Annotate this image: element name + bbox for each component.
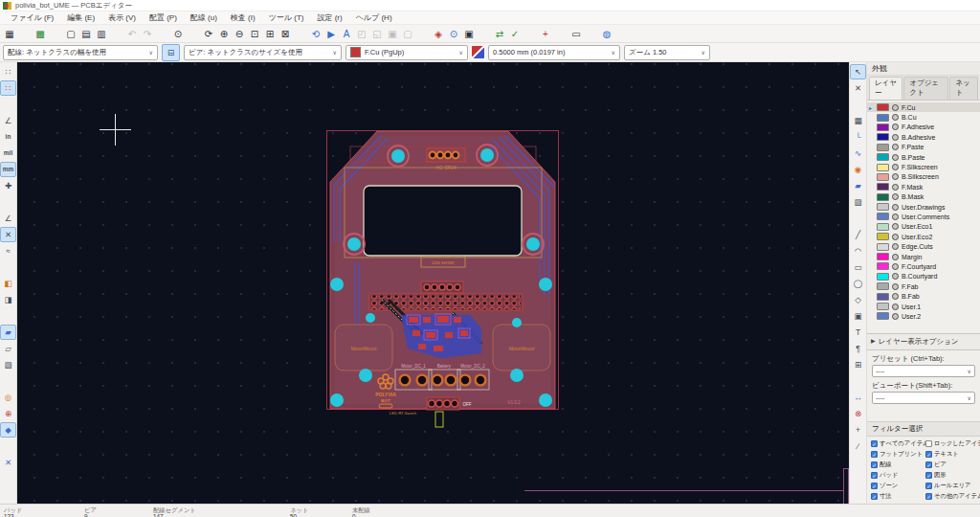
zones-filled-icon[interactable]: ▰	[0, 325, 16, 340]
layer-color-swatch[interactable]	[877, 312, 889, 320]
checkbox-icon[interactable]	[925, 440, 932, 447]
print-icon[interactable]: ▤	[79, 27, 94, 41]
layer-visibility-eye-icon[interactable]	[892, 193, 899, 200]
layer-visibility-eye-icon[interactable]	[892, 164, 899, 170]
ratsnest-visibility-icon[interactable]: ✕	[0, 227, 16, 242]
layer-visibility-eye-icon[interactable]	[892, 104, 899, 111]
undo-icon[interactable]: ↶	[125, 27, 140, 41]
drc-icon[interactable]: ◈	[432, 27, 446, 41]
layer-row[interactable]: B.Cu	[867, 112, 980, 122]
zones-outline-icon[interactable]: ▱	[0, 341, 16, 356]
pcb-canvas[interactable]: HC-SR04 Line sensor	[17, 62, 849, 504]
units-mm-button[interactable]: mm	[0, 162, 16, 177]
zoom-out-icon[interactable]: ⊖	[233, 27, 247, 41]
add-textbox-icon[interactable]: ¶	[850, 341, 866, 356]
add-rule-area-icon[interactable]: ▨	[850, 194, 866, 210]
layer-row[interactable]: B.Adhesive	[867, 132, 980, 142]
group-icon[interactable]: ◰	[355, 27, 369, 41]
high-contrast-normal-icon[interactable]: ◧	[0, 276, 16, 291]
route-tracks-icon[interactable]: └	[850, 129, 866, 145]
find-icon[interactable]: ⊙	[171, 27, 186, 41]
zoom-to-objects-icon[interactable]: ⊞	[263, 27, 278, 41]
route-differential-pairs-icon[interactable]: ∿	[850, 146, 866, 161]
menu-item[interactable]: 検査 (I)	[224, 12, 262, 23]
layer-visibility-eye-icon[interactable]	[892, 134, 899, 141]
layer-color-swatch[interactable]	[877, 243, 889, 251]
layer-row[interactable]: F.Paste	[867, 143, 980, 152]
pads-sketch-icon[interactable]: ◎	[0, 390, 16, 405]
layer-color-swatch[interactable]	[877, 273, 889, 281]
layer-color-swatch[interactable]	[877, 103, 889, 111]
checkbox-icon[interactable]: ✓	[871, 451, 878, 458]
zoom-to-selection-icon[interactable]: ⊠	[278, 27, 293, 41]
zones-hidden-icon[interactable]: ▨	[0, 357, 16, 372]
menu-item[interactable]: 編集 (E)	[60, 12, 101, 23]
draw-rectangle-icon[interactable]: ▭	[850, 259, 866, 275]
layer-row[interactable]: User.1	[867, 302, 980, 311]
layer-visibility-eye-icon[interactable]	[892, 313, 899, 320]
menu-item[interactable]: ヘルプ (H)	[349, 12, 399, 23]
layer-visibility-eye-icon[interactable]	[892, 204, 899, 211]
flip-board-view-icon[interactable]: ▶	[324, 27, 339, 41]
layer-row[interactable]: F.Courtyard	[867, 261, 980, 271]
filter-checkbox[interactable]: ✓ ルールエリア	[925, 482, 980, 490]
layer-visibility-eye-icon[interactable]	[892, 234, 899, 240]
layer-row[interactable]: B.Silkscreen	[867, 172, 980, 182]
checkbox-icon[interactable]: ✓	[925, 472, 932, 479]
layer-visibility-eye-icon[interactable]	[892, 124, 899, 130]
filter-checkbox[interactable]: ✓ ゾーン	[871, 482, 924, 490]
plot-icon[interactable]: ▥	[95, 27, 109, 41]
units-inches-button[interactable]: in	[0, 129, 16, 145]
layer-display-options[interactable]: ▶ レイヤー表示オプション	[867, 333, 980, 350]
layer-row[interactable]: User.Comments	[867, 212, 980, 221]
draw-arc-icon[interactable]: ◠	[850, 243, 866, 258]
appearance-tab[interactable]: オブジェクト	[903, 77, 948, 100]
menu-item[interactable]: ファイル (F)	[4, 12, 60, 23]
checkbox-icon[interactable]: ✓	[871, 461, 878, 468]
net-inspector-icon[interactable]: ▣	[462, 27, 477, 41]
curved-ratsnest-icon[interactable]: ≈	[0, 243, 16, 258]
checkbox-icon[interactable]: ✓	[925, 483, 932, 489]
highlight-net-icon[interactable]: ✕	[850, 80, 866, 96]
update-pcb-from-schematic-icon[interactable]: ⇄	[493, 27, 507, 41]
filter-checkbox[interactable]: ✓ 図形	[925, 471, 980, 480]
ungroup-icon[interactable]: ◱	[370, 27, 385, 41]
page-settings-icon[interactable]: ▢	[64, 27, 78, 41]
draw-line-icon[interactable]: ╱	[850, 227, 866, 242]
layer-color-swatch[interactable]	[877, 124, 889, 131]
layer-color-swatch[interactable]	[877, 183, 889, 191]
refresh-icon[interactable]: ⟳	[202, 27, 216, 41]
layer-visibility-eye-icon[interactable]	[892, 273, 899, 280]
add-filled-zone-icon[interactable]: ▰	[850, 178, 866, 193]
save-icon[interactable]: ▦	[3, 27, 17, 41]
appearance-tab[interactable]: レイヤー	[869, 77, 902, 100]
layer-visibility-eye-icon[interactable]	[892, 303, 899, 310]
select-tool-icon[interactable]: ↖	[850, 64, 866, 79]
tracks-filled-icon[interactable]: ◆	[0, 422, 16, 438]
filter-checkbox[interactable]: ✓ テキスト	[925, 450, 980, 459]
add-dimension-icon[interactable]: ↔	[850, 390, 866, 405]
layer-color-swatch[interactable]	[877, 144, 889, 151]
layer-row[interactable]: B.Courtyard	[867, 272, 980, 281]
checkbox-icon[interactable]: ✓	[871, 440, 878, 447]
track-width-select[interactable]: 配線: ネットクラスの幅を使用 ∨	[3, 45, 158, 60]
add-table-icon[interactable]: ⊞	[850, 357, 866, 372]
layer-color-swatch[interactable]	[877, 164, 889, 171]
zoom-in-icon[interactable]: ⊕	[217, 27, 232, 41]
grid-origin-icon[interactable]: +	[850, 422, 866, 438]
add-footprint-icon[interactable]: ▦	[850, 113, 866, 128]
layer-visibility-eye-icon[interactable]	[892, 144, 899, 150]
add-text-icon[interactable]: T	[850, 325, 866, 340]
filter-checkbox[interactable]: ✓ フットプリント	[871, 450, 924, 459]
checkbox-icon[interactable]: ✓	[925, 461, 932, 468]
menu-item[interactable]: 設定 (r)	[310, 12, 348, 23]
preset-select[interactable]: ---- ∨	[872, 365, 975, 377]
free-angle-mode-icon[interactable]: ∠	[0, 211, 16, 226]
measure-tool-icon[interactable]: ∕	[850, 438, 866, 454]
grid-visibility-icon[interactable]: ∷	[0, 64, 16, 79]
layer-row[interactable]: B.Paste	[867, 152, 980, 162]
interactive-tools-icon[interactable]: ✕	[0, 455, 16, 470]
unlock-icon[interactable]: ▢	[401, 27, 415, 41]
layer-row[interactable]: Margin	[867, 252, 980, 261]
layer-row[interactable]: F.Mask	[867, 182, 980, 191]
